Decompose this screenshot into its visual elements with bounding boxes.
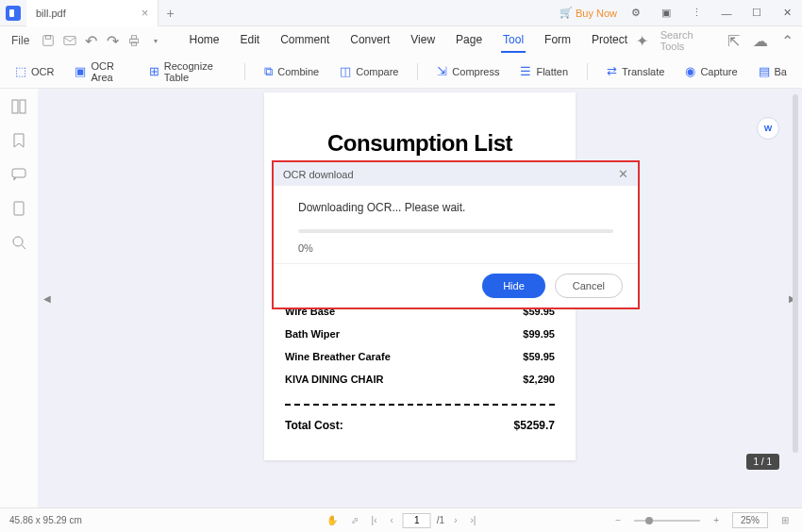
prev-page-icon[interactable]: ‹ [386,513,396,527]
main-menu: Home Edit Comment Convert View Page Tool… [188,28,630,53]
dialog-title: OCR download [283,169,354,180]
zoom-slider[interactable] [634,520,700,522]
svg-rect-9 [14,202,24,215]
status-bar: 45.86 x 95.29 cm ✋ ⬀ |‹ ‹ /1 › ›| − + 25… [0,507,802,532]
flatten-label: Flatten [536,66,568,77]
svg-rect-4 [132,36,137,40]
hand-tool-icon[interactable]: ✋ [323,513,342,527]
separator [587,63,588,80]
dialog-message: Downloading OCR... Please wait. [274,186,638,222]
zoom-level[interactable]: 25% [732,512,768,528]
cursor-coords: 45.86 x 95.29 cm [9,515,82,525]
list-item: Bath Wiper$99.95 [285,323,555,345]
notification-icon[interactable]: ▣ [655,2,677,25]
item-name: KIVA DINING CHAIR [285,374,384,385]
cancel-button[interactable]: Cancel [555,274,623,298]
attachment-icon[interactable] [10,200,27,217]
word-export-badge[interactable]: W [757,117,779,140]
batch-icon: ▤ [759,64,770,78]
first-page-icon[interactable]: |‹ [368,513,381,527]
batch-button[interactable]: ▤Ba [751,60,794,82]
comment-panel-icon[interactable] [10,166,27,183]
translate-icon: ⇄ [607,64,617,78]
chevron-down-icon[interactable]: ▾ [147,31,165,50]
combine-button[interactable]: ⧉Combine [257,60,326,83]
combine-label: Combine [277,66,319,77]
file-menu[interactable]: File [6,30,35,51]
print-icon[interactable] [125,31,143,50]
separator [244,63,245,80]
scrollbar[interactable] [793,94,798,453]
menu-view[interactable]: View [409,28,437,53]
flatten-button[interactable]: ☰Flatten [512,60,576,82]
next-page-icon[interactable]: › [450,513,460,527]
menu-convert[interactable]: Convert [348,28,392,53]
ocr-label: OCR [31,66,54,77]
gift-icon[interactable]: ⚙ [625,2,647,25]
menu-form[interactable]: Form [543,28,573,53]
batch-label: Ba [775,66,787,77]
page-indicator: 1 / 1 [746,454,779,470]
search-panel-icon[interactable] [10,234,27,251]
minimize-button[interactable]: — [715,2,738,25]
doc-title: Consumption List [285,130,555,157]
menu-protect[interactable]: Protect [590,28,629,53]
dialog-footer: Hide Cancel [274,263,638,308]
hide-button[interactable]: Hide [482,274,545,298]
last-page-icon[interactable]: ›| [467,513,480,527]
menu-home[interactable]: Home [188,28,222,53]
total-value: $5259.7 [514,419,555,432]
maximize-button[interactable]: ☐ [745,2,768,25]
ocr-button[interactable]: ⬚OCR [8,60,61,82]
buy-now-link[interactable]: 🛒 Buy Now [560,7,617,19]
item-price: $99.95 [523,328,555,340]
collapse-icon[interactable]: ⌃ [778,31,796,50]
thumbnails-icon[interactable] [10,98,27,115]
menu-tool[interactable]: Tool [501,28,526,53]
dialog-close-icon[interactable]: ✕ [618,167,628,181]
compare-icon: ◫ [340,64,351,78]
bookmark-icon[interactable] [10,132,27,149]
tab-label: bill.pdf [36,8,66,19]
zoom-in-icon[interactable]: + [710,513,723,527]
ocr-area-icon: ▣ [75,64,86,78]
compare-button[interactable]: ◫Compare [332,60,406,82]
wand-icon[interactable]: ✦ [633,31,651,50]
svg-rect-6 [12,100,18,113]
dialog-highlight: OCR download ✕ Downloading OCR... Please… [272,160,640,309]
add-tab-button[interactable]: + [159,6,181,21]
menu-edit[interactable]: Edit [239,28,262,53]
zoom-out-icon[interactable]: − [611,513,625,527]
left-sidebar [0,89,38,507]
close-window-button[interactable]: ✕ [776,2,798,25]
recognize-table-button[interactable]: ⊞Recognize Table [142,57,234,87]
translate-button[interactable]: ⇄Translate [599,60,672,82]
more-icon[interactable]: ⋮ [685,2,708,25]
page-number-input[interactable] [403,513,431,528]
page-total: /1 [437,515,444,525]
cloud-icon[interactable]: ☁ [752,31,770,50]
search-tools-input[interactable]: Search Tools [660,29,716,52]
recognize-table-label: Recognize Table [164,60,226,83]
title-bar: bill.pdf × + 🛒 Buy Now ⚙ ▣ ⋮ — ☐ ✕ [0,0,802,26]
flatten-icon: ☰ [520,64,531,78]
save-icon[interactable] [39,31,57,50]
close-tab-icon[interactable]: × [142,6,149,20]
fit-view-icon[interactable]: ⊞ [777,513,793,527]
combine-icon: ⧉ [264,64,273,79]
menu-comment[interactable]: Comment [278,28,331,53]
mail-icon[interactable] [60,31,78,50]
select-tool-icon[interactable]: ⬀ [347,513,362,527]
undo-icon[interactable]: ↶ [82,31,100,50]
share-icon[interactable]: ⇱ [725,31,743,50]
progress-bar [298,229,613,233]
redo-icon[interactable]: ↷ [104,31,122,50]
prev-page-arrow[interactable]: ◀ [43,293,51,304]
document-tab[interactable]: bill.pdf × [26,0,159,26]
capture-button[interactable]: ◉Capture [677,60,744,82]
ocr-area-button[interactable]: ▣OCR Area [67,57,135,87]
ocr-download-dialog: OCR download ✕ Downloading OCR... Please… [274,162,638,308]
menu-page[interactable]: Page [454,28,484,53]
buy-now-label: Buy Now [576,8,617,19]
compress-button[interactable]: ⇲Compress [429,60,507,82]
